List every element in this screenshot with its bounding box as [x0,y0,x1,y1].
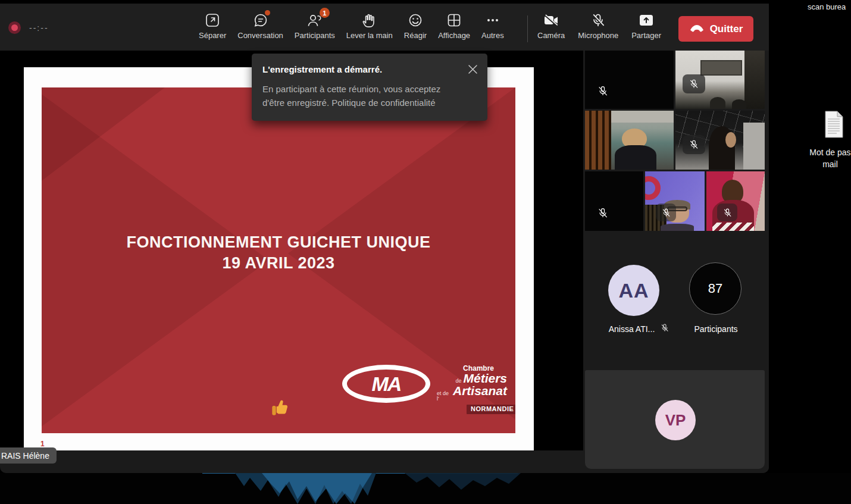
video-tile-red-room[interactable] [706,171,765,231]
toast-body-line2-prefix: d'être enregistré. [262,98,331,108]
view-button[interactable]: Affichage [438,12,470,40]
chat-icon [252,12,269,29]
attendee-head-decoration [732,99,746,109]
camera-toggle-button[interactable]: Caméra [537,12,565,40]
reagir-label: Réagir [404,31,427,40]
slide-title: FONCTIONNEMENT GUICHET UNIQUE 19 AVRIL 2… [42,232,515,274]
presenter-name-plate: RAIS Hélène [0,447,57,464]
raise-hand-icon [361,12,378,29]
participants-count: 87 [708,281,722,296]
toast-body-line2: d'être enregistré. Politique de confiden… [262,96,475,109]
hangup-icon [689,23,705,36]
toast-body-line1: En participant à cette réunion, vous acc… [262,82,475,96]
slide-title-line1: FONCTIONNEMENT GUICHET UNIQUE [42,232,515,253]
microphone-toggle-button[interactable]: Microphone [578,12,618,40]
toast-body: En participant à cette réunion, vous acc… [262,82,475,109]
presenter-name: RAIS Hélène [1,451,49,461]
toast-title: L'enregistrement a démarré. [262,64,475,74]
video-tile-speaker[interactable] [585,111,674,170]
cma-monogram: MA [372,372,401,396]
video-tile-room[interactable] [675,51,765,109]
logo-et-de-l: et de l' [437,391,451,402]
mic-muted-icon [660,323,669,335]
video-tile-camera-off-2[interactable] [585,171,643,231]
logo-de: de [455,378,461,384]
mic-muted-icon [683,135,705,154]
chat-notification-dot [265,10,270,15]
red-arc-decoration [645,176,661,200]
desktop-icon-label-scan[interactable]: scan burea [808,2,846,11]
slide-page-number: 1 [40,440,45,448]
autres-label: Autres [481,31,504,40]
sweater-pattern-decoration [712,223,754,231]
avatar-initials: AA [618,279,649,302]
raise-hand-button[interactable]: Lever la main [346,12,393,40]
recording-indicator-group: --:-- [8,21,49,34]
cma-logo-text: Chambre de Métiers et de l' Artisanat NO… [437,365,514,414]
quitter-label: Quitter [710,23,743,35]
participant-avatar-vp: VP [655,400,696,440]
pop-out-icon [204,12,221,29]
document-file-icon[interactable] [824,111,844,140]
participants-badge: 1 [320,8,330,18]
wall-decoration [743,123,765,170]
participants-count-label: Participants [692,324,740,334]
participants-label: Participants [295,31,335,40]
person-silhouette-decoration [744,51,765,109]
video-tile-camera-off-1[interactable] [585,51,674,109]
logo-region-badge: NORMANDIE [467,405,515,414]
toolbar-left-group: Séparer Conversation 1 Participants [199,12,504,40]
wall-picture-decoration [700,60,742,76]
wood-wall-decoration [585,111,611,170]
shoulders-decoration [661,224,694,231]
smiley-icon [407,12,424,29]
document-file-label[interactable]: Mot de pas mail [803,146,851,170]
react-button[interactable]: Réagir [404,12,427,40]
cma-logo-icon: MA [342,365,430,403]
presentation-page: FONCTIONNEMENT GUICHET UNIQUE 19 AVRIL 2… [24,67,534,450]
separate-window-button[interactable]: Séparer [199,12,226,40]
participant-name: Anissa ATI... [609,324,655,334]
ellipsis-icon [484,12,501,29]
mic-muted-icon [717,204,737,221]
participants-panel: AA Anissa ATI... 87 Participants VP [583,51,769,473]
mic-off-icon [590,12,606,29]
mic-muted-icon [656,204,676,221]
quit-button[interactable]: Quitter [678,16,753,42]
camera-off-icon [542,12,560,29]
participant-tile-vp[interactable]: VP [585,370,765,469]
slide-title-line2: 19 AVRIL 2023 [42,253,515,274]
mic-muted-icon [683,74,705,93]
close-icon[interactable] [468,64,478,77]
participants-icon: 1 [306,12,324,29]
conversation-label: Conversation [237,31,283,40]
share-button[interactable]: Partager [631,12,661,40]
wallpaper-decoration [0,473,851,504]
speaker-body-decoration [615,145,656,170]
avatar-initials: VP [665,411,686,430]
thumbs-up-reaction-icon [270,396,290,421]
mic-muted-icon [597,207,609,221]
meeting-toolbar: --:-- Séparer Conversation [0,0,769,51]
separer-label: Séparer [199,31,226,40]
participant-avatar-anissa[interactable]: AA [608,265,659,316]
privacy-policy-link[interactable]: Politique de confidentialité [331,98,435,108]
participants-button[interactable]: 1 Participants [295,12,335,40]
chat-button[interactable]: Conversation [237,12,283,40]
video-tile-purple-room[interactable] [645,171,705,231]
participants-count-bubble[interactable]: 87 [689,262,742,315]
layout-grid-icon [446,12,462,29]
video-tile-ceiling[interactable] [675,111,765,170]
partager-label: Partager [631,31,661,40]
desktop-bottom-strip [0,473,851,504]
more-button[interactable]: Autres [481,12,504,40]
logo-metiers: Métiers [463,372,507,384]
affichage-label: Affichage [438,31,470,40]
recording-started-toast: L'enregistrement a démarré. En participa… [252,54,487,121]
attendee-head-decoration [710,97,725,109]
toolbar-right-group: Caméra Microphone Partager [537,12,661,40]
recording-icon [8,21,21,34]
logo-artisanat: Artisanat [453,384,507,397]
desktop-right-strip: scan burea Mot de pas mail [769,0,851,504]
presentation-slide: FONCTIONNEMENT GUICHET UNIQUE 19 AVRIL 2… [42,87,515,433]
